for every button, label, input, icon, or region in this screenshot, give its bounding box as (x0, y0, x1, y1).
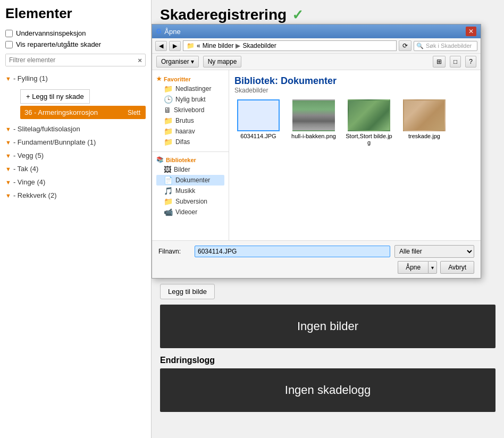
sidebar-subversion[interactable]: 📁 Subversion (156, 196, 224, 207)
libraries-title: 📚 Biblioteker (156, 156, 224, 163)
arrow-icon-fundament: ▼ (5, 139, 11, 146)
sidebar-difas[interactable]: 📁 Difas (156, 137, 224, 147)
file-name-1: hull-i-bakken.png (291, 133, 336, 139)
arrow-icon-fylling: ▼ (5, 75, 11, 82)
arrow-icon-slitelag: ▼ (5, 126, 11, 132)
page-title-area: Skaderegistrering ✓ (160, 6, 495, 23)
file-item-1[interactable]: hull-i-bakken.png (290, 99, 338, 146)
file-item-2[interactable]: Stort,Stort bilde.jpg (345, 99, 393, 146)
library-title: Bibliotek: Dokumenter (234, 75, 337, 87)
sidebar-skrivebord[interactable]: 🖥 Skrivebord (156, 105, 224, 115)
page-title-text: Skaderegistrering (160, 6, 287, 23)
arrow-icon-rekkverk: ▼ (5, 192, 11, 199)
section-tak[interactable]: ▼ - Tak (4) (5, 162, 146, 175)
organize-btn[interactable]: Organiser ▾ (156, 56, 199, 68)
filter-row: × (5, 54, 146, 66)
nav-back-btn[interactable]: ◀ (155, 41, 167, 51)
file-item-0[interactable]: 6034114.JPG (234, 99, 282, 146)
sidebar-nedlastinger[interactable]: 📁 Nedlastinger (156, 83, 224, 94)
favorites-star-icon: ★ (156, 75, 162, 82)
refresh-btn[interactable]: ⟳ (399, 40, 411, 51)
open-btn[interactable]: Åpne (398, 261, 428, 274)
sidebar-videoer[interactable]: 📹 Videoer (156, 207, 224, 217)
sidebar-dokumenter[interactable]: 📄 Dokumenter (156, 175, 224, 186)
sidebar-brutus[interactable]: 📁 Brutus (156, 115, 224, 126)
right-panel: Skaderegistrering ✓ G Åpne ✕ ◀ ▶ 📁 « Min… (152, 0, 504, 438)
filename-label: Filnavn: (158, 248, 190, 255)
files-grid: 6034114.JPG hull-i-bakken.png Stort,Stor… (234, 99, 475, 146)
file-thumb-0 (237, 99, 280, 131)
folder-icon-subversion: 📁 (164, 197, 173, 206)
folder-icon-brutus: 📁 (164, 116, 173, 125)
dialog-title-text: Åpne (164, 28, 180, 36)
dialog-files: Bibliotek: Dokumenter Skadebilder Ordne … (229, 70, 481, 240)
clock-icon-nylig: 🕒 (164, 95, 173, 104)
section-vinge[interactable]: ▼ - Vinge (4) (5, 175, 146, 189)
dialog-title-left: G Åpne (156, 28, 181, 36)
no-images-text: Ingen bilder (297, 319, 358, 333)
music-icon-musikk: 🎵 (164, 187, 173, 195)
path-bar[interactable]: 📁 « Mine bilder ▶ Skadebilder (183, 40, 397, 51)
underwater-inspection-label: Undervannsinspeksjon (16, 29, 86, 37)
cancel-btn[interactable]: Avbryt (440, 261, 474, 274)
show-repaired-checkbox[interactable] (5, 41, 13, 48)
section-fylling[interactable]: ▼ - Fylling (1) (5, 72, 146, 85)
sidebar-haarav[interactable]: 📁 haarav (156, 126, 224, 137)
search-bar[interactable]: 🔍 Søk i Skadebilder (414, 41, 477, 51)
section-fylling-label: - Fylling (1) (13, 74, 48, 82)
nav-forward-btn[interactable]: ▶ (169, 41, 181, 51)
desktop-icon: 🖥 (164, 106, 171, 114)
arrow-icon-vinge: ▼ (5, 179, 11, 186)
search-icon: 🔍 (416, 43, 424, 49)
dialog-sidebar: ★ Favoritter 📁 Nedlastinger 🕒 Nylig bruk… (152, 70, 229, 240)
section-vegg[interactable]: ▼ - Vegg (5) (5, 149, 146, 162)
file-thumb-3 (403, 99, 446, 131)
bottom-area: Legg til bilde Ingen bilder Endringslogg… (160, 284, 495, 412)
left-panel: Elementer Undervannsinspeksjon Vis repar… (0, 0, 152, 438)
path-separator: « (197, 42, 200, 49)
sidebar-musikk[interactable]: 🎵 Musikk (156, 186, 224, 196)
view-grid-btn[interactable]: ⊞ (433, 56, 446, 68)
section-slitelag[interactable]: ▼ - Slitelag/fuktisolasjon (5, 122, 146, 136)
organize-label: Organiser (161, 58, 189, 65)
new-folder-btn[interactable]: Ny mappe (203, 56, 242, 68)
dialog-addressbar: ◀ ▶ 📁 « Mine bilder ▶ Skadebilder ⟳ 🔍 Sø… (152, 38, 481, 54)
add-damage-btn[interactable]: + Legg til ny skade (20, 89, 90, 104)
file-name-0: 6034114.JPG (240, 133, 276, 139)
file-thumb-2 (348, 99, 390, 131)
favorites-section: ★ Favoritter 📁 Nedlastinger 🕒 Nylig bruk… (152, 73, 229, 149)
dialog-close-btn[interactable]: ✕ (466, 27, 476, 36)
image-icon-bilder: 🖼 (164, 165, 171, 174)
damage-row-36[interactable]: 36 - Armeringskorrosjon Slett (20, 106, 146, 119)
favorites-title: ★ Favoritter (156, 75, 224, 82)
libraries-section: 📚 Biblioteker 🖼 Bilder 📄 Dokumenter 🎵 Mu… (152, 154, 229, 220)
section-vinge-label: - Vinge (4) (13, 178, 45, 186)
filter-clear-btn[interactable]: × (135, 55, 145, 65)
help-btn[interactable]: ? (465, 56, 476, 68)
delete-btn-36[interactable]: Slett (127, 109, 141, 116)
filename-input[interactable] (195, 246, 390, 257)
underwater-inspection-checkbox[interactable] (5, 30, 13, 37)
footer-buttons: Åpne ▾ Avbryt (158, 261, 474, 274)
section-fylling-content: + Legg til ny skade 36 - Armeringskorros… (13, 85, 146, 122)
add-image-btn[interactable]: Legg til bilde (160, 284, 215, 299)
damage-label-36: 36 - Armeringskorrosjon (24, 108, 98, 116)
section-rekkverk-label: - Rekkverk (2) (13, 191, 57, 199)
section-rekkverk[interactable]: ▼ - Rekkverk (2) (5, 189, 146, 202)
view-separator-btn[interactable]: □ (450, 56, 461, 68)
sidebar-nylig[interactable]: 🕒 Nylig brukt (156, 94, 224, 105)
new-folder-label: Ny mappe (208, 58, 237, 65)
file-item-3[interactable]: treskade.jpg (400, 99, 448, 146)
section-tak-label: - Tak (4) (13, 165, 38, 173)
no-log-box: Ingen skadelogg (160, 368, 495, 412)
video-icon-videoer: 📹 (164, 208, 173, 216)
filetype-select[interactable]: Alle filer (394, 245, 474, 258)
filter-input[interactable] (6, 54, 135, 66)
path-arrow-1: ▶ (236, 42, 240, 49)
organize-arrow: ▾ (191, 58, 194, 65)
open-btn-arrow[interactable]: ▾ (428, 261, 437, 274)
dialog-titlebar: G Åpne ✕ (152, 24, 481, 38)
section-fundament[interactable]: ▼ - Fundament/Bunnplate (1) (5, 136, 146, 149)
sidebar-bilder[interactable]: 🖼 Bilder (156, 164, 224, 175)
folder-icon-difas: 📁 (164, 138, 173, 146)
